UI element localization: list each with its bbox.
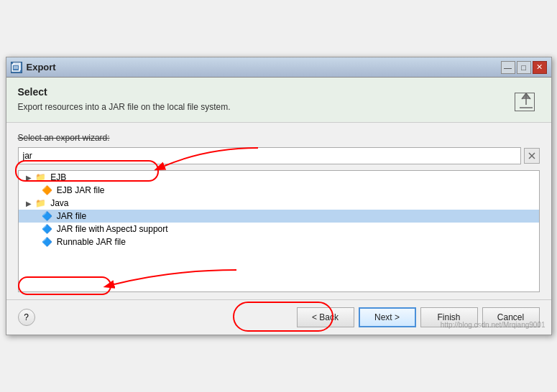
header-title: Select [18,86,540,98]
tree-item-ejb-jar-label: EJB JAR file [57,185,105,195]
title-controls: — □ ✕ [501,61,547,74]
finish-button[interactable]: Finish [420,307,478,327]
minimize-button[interactable]: — [501,61,515,74]
folder-icon-java: 📁 [35,198,46,208]
tree-item-jar-aspectj[interactable]: 🔷 JAR file with AspectJ support [19,223,539,235]
tree-item-java-label: Java [50,198,68,208]
title-bar: Export — □ ✕ [6,57,551,78]
search-clear-button[interactable] [524,148,540,164]
jar-icon-runnable: 🔷 [42,237,52,247]
jar-icon-jar-file: 🔷 [42,211,52,221]
window-body: Select Export resources into a JAR file … [6,78,551,335]
tree-item-ejb[interactable]: ▶ 📁 EJB [19,171,539,184]
bottom-section: ? < Back Next > Finish Cancel [6,299,551,335]
close-button[interactable]: ✕ [533,61,547,74]
export-icon [512,86,540,113]
help-button[interactable]: ? [18,309,35,326]
back-button[interactable]: < Back [297,307,354,327]
cancel-button[interactable]: Cancel [482,307,540,327]
tree-item-jar-file-label: JAR file [57,211,86,221]
filter-label: Select an export wizard: [18,133,540,143]
jar-icon-aspectj: 🔷 [42,224,52,234]
content-section: Select an export wizard: ▶ 📁 [6,123,551,299]
tree-item-runnable-label: Runnable JAR file [57,237,126,247]
search-row [18,147,540,164]
next-button[interactable]: Next > [359,307,416,327]
tree-item-ejb-label: EJB [50,172,66,182]
tree-container[interactable]: ▶ 📁 EJB 🔶 EJB JAR file ▶ 📁 [18,170,540,292]
tree-item-java[interactable]: ▶ 📁 Java [19,197,539,210]
expand-icon-java: ▶ [26,200,32,207]
jar-icon-ejb-jar: 🔶 [42,185,52,195]
header-section: Select Export resources into a JAR file … [6,78,551,123]
title-bar-left: Export [11,62,56,73]
window-title: Export [27,62,56,73]
tree-item-ejb-jar[interactable]: 🔶 EJB JAR file [19,184,539,197]
search-input[interactable] [18,147,521,164]
export-window: Export — □ ✕ Select Export resources int… [6,57,552,335]
tree-item-runnable-jar[interactable]: 🔷 Runnable JAR file [19,235,539,248]
window-icon [11,62,22,73]
expand-icon-ejb: ▶ [26,174,32,182]
folder-icon-ejb: 📁 [35,172,46,182]
maximize-button[interactable]: □ [517,61,531,74]
dialog-buttons: < Back Next > Finish Cancel [297,307,540,327]
tree-item-jar-file[interactable]: 🔷 JAR file [19,210,539,223]
header-description: Export resources into a JAR file on the … [18,102,540,112]
tree-item-jar-aspectj-label: JAR file with AspectJ support [57,224,168,234]
